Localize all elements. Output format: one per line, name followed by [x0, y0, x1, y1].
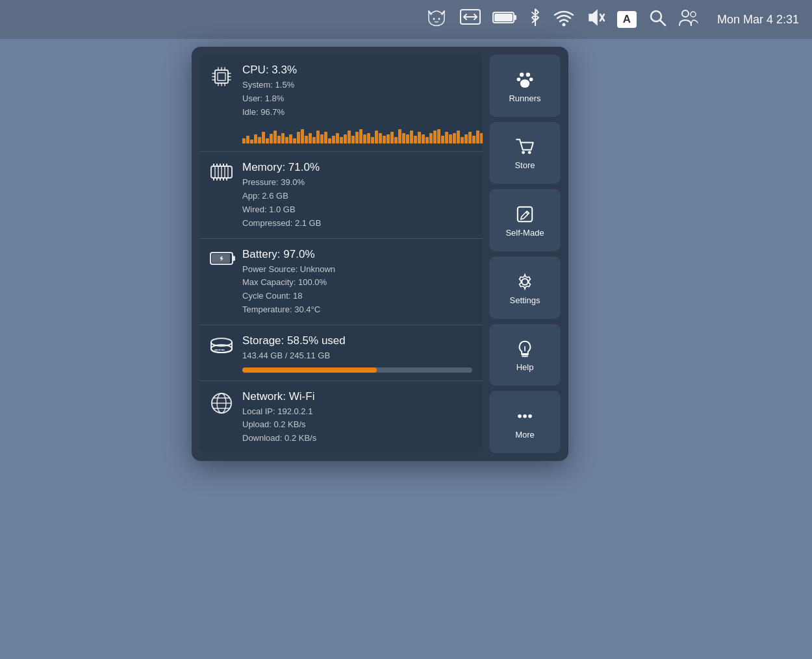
svg-point-60	[520, 73, 524, 77]
svg-line-11	[660, 20, 665, 25]
memory-icon	[210, 162, 233, 186]
svg-rect-6	[494, 14, 513, 21]
svg-rect-67	[518, 207, 532, 221]
bluetooth-icon[interactable]	[529, 7, 542, 32]
svg-rect-5	[514, 15, 516, 20]
svg-point-0	[433, 18, 435, 20]
memory-title: Memory: 71.0%	[242, 161, 472, 174]
battery-title: Battery: 97.0%	[242, 248, 472, 261]
storage-bar-container	[242, 367, 472, 373]
runners-label: Runners	[509, 93, 540, 103]
network-section: Network: Wi-Fi Local IP: 192.0.2.1 Uploa…	[199, 381, 483, 453]
battery-stat-icon	[210, 249, 233, 270]
network-detail: Local IP: 192.0.2.1 Upload: 0.2 KB/s Dow…	[242, 405, 472, 445]
svg-point-61	[526, 73, 530, 77]
network-icon	[210, 392, 233, 419]
cpu-content: CPU: 3.3% System: 1.5% User: 1.8% Idle: …	[242, 64, 483, 143]
battery-section: Battery: 97.0% Power Source: Unknown Max…	[199, 239, 483, 325]
left-panel: CPU: 3.3% System: 1.5% User: 1.8% Idle: …	[199, 55, 483, 453]
svg-point-66	[528, 151, 531, 155]
users-icon[interactable]	[678, 8, 699, 31]
memory-detail: Pressure: 39.0% App: 2.6 GB Wired: 1.0 G…	[242, 176, 472, 230]
screen-switch-icon[interactable]	[460, 9, 481, 30]
battery-detail: Power Source: Unknown Max Capacity: 100.…	[242, 263, 472, 317]
network-content: Network: Wi-Fi Local IP: 192.0.2.1 Uploa…	[242, 390, 472, 445]
memory-content: Memory: 71.0% Pressure: 39.0% App: 2.6 G…	[242, 161, 472, 230]
svg-point-62	[517, 77, 521, 81]
storage-section: Storage: 58.5% used 143.44 GB / 245.11 G…	[199, 325, 483, 381]
menubar-icons: A Mon Mar 4 2:31	[425, 6, 799, 33]
search-icon[interactable]	[648, 8, 666, 31]
cpu-title: CPU: 3.3%	[242, 64, 483, 77]
right-panel: Runners Store Self-Made	[489, 55, 561, 453]
settings-label: Settings	[510, 295, 540, 305]
edit-icon	[514, 204, 535, 225]
popup-container: CPU: 3.3% System: 1.5% User: 1.8% Idle: …	[192, 47, 568, 461]
cat-icon[interactable]	[425, 6, 448, 33]
store-button[interactable]: Store	[489, 122, 561, 184]
svg-point-7	[562, 23, 565, 27]
keyboard-a-icon[interactable]: A	[617, 11, 637, 28]
store-label: Store	[514, 160, 535, 170]
svg-point-75	[528, 414, 532, 418]
more-label: More	[515, 430, 535, 440]
storage-content: Storage: 58.5% used 143.44 GB / 245.11 G…	[242, 334, 472, 373]
cpu-section: CPU: 3.3% System: 1.5% User: 1.8% Idle: …	[199, 55, 483, 152]
gear-icon	[514, 271, 535, 292]
cpu-chart	[242, 123, 483, 143]
self-made-label: Self-Made	[505, 228, 544, 238]
svg-rect-14	[215, 70, 228, 83]
svg-rect-15	[218, 73, 225, 81]
wifi-icon[interactable]	[553, 8, 574, 31]
self-made-button[interactable]: Self-Made	[489, 189, 561, 251]
mute-icon[interactable]	[586, 8, 605, 31]
svg-point-13	[691, 12, 696, 17]
battery-icon	[492, 11, 517, 28]
cpu-icon	[210, 65, 233, 93]
menubar-time: Mon Mar 4 2:31	[717, 13, 799, 27]
runners-button[interactable]: Runners	[489, 55, 561, 117]
battery-content: Battery: 97.0% Power Source: Unknown Max…	[242, 248, 472, 317]
svg-point-12	[682, 10, 689, 17]
settings-button[interactable]: Settings	[489, 256, 561, 319]
help-label: Help	[516, 362, 534, 372]
cart-icon	[514, 136, 535, 157]
menubar: A Mon Mar 4 2:31	[0, 0, 812, 39]
svg-rect-45	[233, 256, 235, 261]
storage-title: Storage: 58.5% used	[242, 334, 472, 347]
svg-point-74	[523, 414, 527, 418]
svg-point-64	[520, 79, 529, 88]
more-button[interactable]: More	[489, 391, 561, 453]
memory-section: Memory: 71.0% Pressure: 39.0% App: 2.6 G…	[199, 152, 483, 238]
svg-point-65	[522, 151, 525, 155]
svg-point-69	[522, 279, 528, 285]
svg-point-1	[438, 18, 440, 20]
help-button[interactable]: Help	[489, 324, 561, 386]
bulb-icon	[514, 338, 535, 359]
dots-icon	[514, 406, 535, 427]
storage-icon	[210, 336, 233, 360]
cpu-detail: System: 1.5% User: 1.8% Idle: 96.7%	[242, 79, 483, 119]
storage-detail: 143.44 GB / 245.11 GB	[242, 349, 472, 363]
svg-point-63	[529, 77, 533, 81]
network-title: Network: Wi-Fi	[242, 390, 472, 403]
paw-icon	[514, 69, 535, 90]
storage-bar-fill	[242, 367, 377, 373]
svg-point-73	[518, 414, 522, 418]
